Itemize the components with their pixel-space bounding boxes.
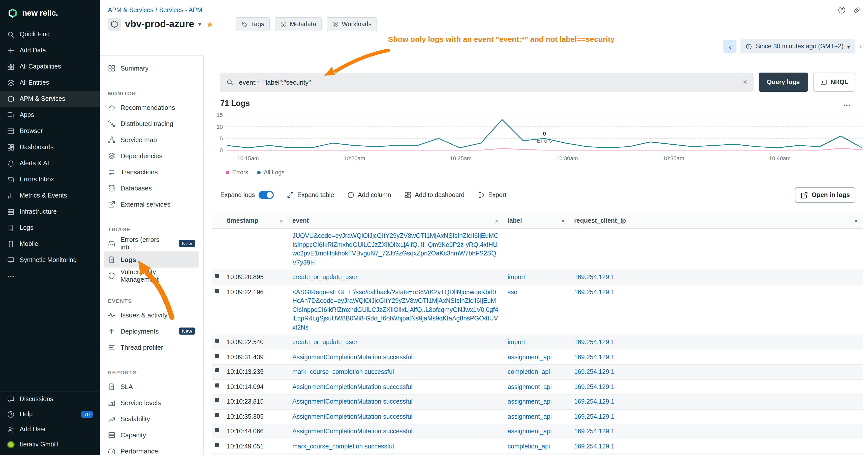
sidebar-footer-item-help[interactable]: Help70: [0, 407, 100, 422]
workloads-chip[interactable]: Workloads: [327, 17, 377, 31]
log-table-row[interactable]: 10:09:22.540create_or_update_userimport1…: [212, 335, 863, 350]
label-link[interactable]: assignment_api: [507, 354, 552, 360]
subnav-item-databases[interactable]: Databases: [104, 180, 199, 196]
sidebar-item-more[interactable]: [0, 268, 100, 284]
ip-link[interactable]: 169.254.129.1: [574, 383, 615, 390]
log-table-row[interactable]: 10:09:22.196<ASGIRequest: GET '/sso/call…: [212, 285, 863, 335]
export-button[interactable]: Export: [477, 192, 506, 198]
ip-link[interactable]: 169.254.129.1: [574, 368, 615, 376]
ip-link[interactable]: 169.254.129.1: [574, 443, 615, 450]
logs-timeseries-chart[interactable]: 05101510:15am10:20am10:25am10:30am10:35a…: [212, 111, 863, 164]
sidebar-item-add-data[interactable]: Add Data: [0, 42, 100, 59]
label-link[interactable]: completion_api: [507, 368, 550, 376]
sidebar-item-mobile[interactable]: Mobile: [0, 236, 100, 252]
subnav-item-transactions[interactable]: Transactions: [104, 164, 199, 180]
sidebar-item-all-capabilities[interactable]: All Capabilities: [0, 59, 100, 74]
subnav-item-issues-activity[interactable]: Issues & activity: [104, 307, 199, 323]
column-header-timestamp[interactable]: timestamp×: [223, 217, 288, 225]
label-link[interactable]: import: [507, 273, 525, 281]
row-marker-icon[interactable]: [215, 273, 219, 278]
log-search-input[interactable]: [238, 78, 739, 87]
log-table-row[interactable]: 10:10:23.815AssignmentCompletionMutation…: [212, 394, 863, 410]
sidebar-footer-item-add-user[interactable]: Add User: [0, 422, 100, 437]
column-header-label[interactable]: label×: [503, 217, 570, 225]
subnav-item-dependencies[interactable]: Dependencies: [104, 148, 199, 164]
subnav-item-recommendations[interactable]: Recommendations: [104, 99, 199, 116]
sidebar-item-apps[interactable]: Apps: [0, 107, 100, 123]
event-link[interactable]: AssignmentCompletionMutation successful: [292, 354, 412, 360]
add-to-dashboard-button[interactable]: Add to dashboard: [404, 192, 465, 198]
label-link[interactable]: import: [507, 338, 525, 346]
legend-item-errors[interactable]: Errors: [226, 169, 248, 175]
legend-item-all-logs[interactable]: All Logs: [257, 169, 284, 175]
row-marker-icon[interactable]: [215, 338, 219, 343]
log-table-row[interactable]: 10:10:44.066AssignmentCompletionMutation…: [212, 424, 863, 439]
breadcrumb-link-services-apm[interactable]: Services - APM: [159, 6, 203, 13]
more-options-button[interactable]: …: [843, 101, 852, 106]
row-marker-icon[interactable]: [215, 354, 219, 358]
sidebar-item-metrics-events[interactable]: Metrics & Events: [0, 188, 100, 203]
column-header-request-client-ip[interactable]: request_client_ip×: [570, 217, 863, 225]
event-link[interactable]: AssignmentCompletionMutation successful: [292, 428, 412, 435]
subnav-item-thread-profiler[interactable]: Thread profiler: [104, 339, 199, 355]
sidebar-item-dashboards[interactable]: Dashboards: [0, 139, 100, 155]
label-link[interactable]: completion_api: [507, 443, 550, 450]
entity-switcher-chevron-icon[interactable]: ▾: [198, 21, 202, 28]
sidebar-item-browser[interactable]: Browser: [0, 123, 100, 139]
subnav-item-logs[interactable]: Logs: [104, 252, 199, 267]
label-link[interactable]: assignment_api: [507, 383, 552, 390]
event-link[interactable]: AssignmentCompletionMutation successful: [292, 383, 412, 390]
nrql-button[interactable]: NRQL: [813, 72, 856, 92]
remove-column-icon[interactable]: ×: [495, 217, 498, 225]
subnav-item-performance[interactable]: Performance: [104, 443, 199, 455]
sidebar-footer-item-iterativ-gmbh[interactable]: Iterativ GmbH: [0, 437, 100, 452]
subnav-item-vulnerability-management[interactable]: Vulnerability Management: [104, 267, 199, 284]
log-table-row[interactable]: 10:10:13.235mark_course_completion succe…: [212, 365, 863, 380]
ip-link[interactable]: 169.254.129.1: [574, 289, 615, 295]
time-picker[interactable]: Since 30 minutes ago (GMT+2) ▾: [741, 39, 856, 54]
row-marker-icon[interactable]: [215, 443, 219, 447]
log-table-row[interactable]: 10:09:20.895create_or_update_userimport1…: [212, 270, 863, 285]
event-link[interactable]: mark_course_completion successful: [292, 368, 394, 376]
row-marker-icon[interactable]: [215, 368, 219, 372]
ip-link[interactable]: 169.254.129.1: [574, 428, 615, 435]
expand-logs-toggle[interactable]: [258, 191, 274, 199]
query-logs-button[interactable]: Query logs: [759, 72, 808, 92]
subnav-item-service-levels[interactable]: Service levels: [104, 394, 199, 411]
label-link[interactable]: assignment_api: [507, 413, 552, 420]
metadata-chip[interactable]: Metadata: [275, 17, 321, 31]
remove-column-icon[interactable]: ×: [561, 217, 565, 225]
time-back-button[interactable]: ‹: [723, 40, 737, 53]
subnav-item-deployments[interactable]: DeploymentsNew: [104, 323, 199, 339]
log-table-row[interactable]: 10:09:31.439AssignmentCompletionMutation…: [212, 350, 863, 365]
help-icon[interactable]: [838, 6, 846, 14]
sidebar-item-all-entities[interactable]: All Entities: [0, 74, 100, 91]
event-link[interactable]: mark_course_completion successful: [292, 443, 394, 450]
log-table-row[interactable]: 10:10:49.051mark_course_completion succe…: [212, 439, 863, 454]
log-table-row[interactable]: JUQVU&code=eyJraWQiOiJjcGItY29yZV8wOTI1M…: [212, 229, 863, 270]
remove-column-icon[interactable]: ×: [279, 217, 283, 225]
sidebar-item-infrastructure[interactable]: Infrastructure: [0, 203, 100, 220]
row-marker-icon[interactable]: [215, 428, 219, 432]
log-table-row[interactable]: 10:10:14.094AssignmentCompletionMutation…: [212, 380, 863, 394]
time-forward-button[interactable]: ›: [859, 42, 862, 51]
expand-table-button[interactable]: Expand table: [287, 192, 334, 198]
row-marker-icon[interactable]: [215, 413, 219, 417]
subnav-item-capacity[interactable]: Capacity: [104, 427, 199, 443]
subnav-item-scalability[interactable]: Scalability: [104, 411, 199, 427]
event-link[interactable]: AssignmentCompletionMutation successful: [292, 413, 412, 420]
favorite-star-icon[interactable]: ★: [207, 20, 214, 29]
sidebar-item-logs[interactable]: Logs: [0, 220, 100, 236]
label-link[interactable]: assignment_api: [507, 398, 552, 405]
sidebar-item-apm-services[interactable]: APM & Services: [0, 91, 100, 107]
ip-link[interactable]: 169.254.129.1: [574, 413, 615, 420]
ip-link[interactable]: 169.254.129.1: [574, 354, 615, 360]
event-link[interactable]: JUQVU&code=eyJraWQiOiJjcGItY29yZV8wOTI1M…: [292, 232, 498, 266]
row-marker-icon[interactable]: [215, 383, 219, 387]
row-marker-icon[interactable]: [215, 289, 219, 292]
column-header-event[interactable]: event×: [288, 217, 503, 225]
event-link[interactable]: create_or_update_user: [292, 338, 358, 346]
event-link[interactable]: AssignmentCompletionMutation successful: [292, 398, 412, 405]
sidebar-item-alerts-ai[interactable]: Alerts & AI: [0, 155, 100, 171]
log-table-row[interactable]: 10:11:00.311AssignmentCompletionMutation…: [212, 454, 863, 455]
